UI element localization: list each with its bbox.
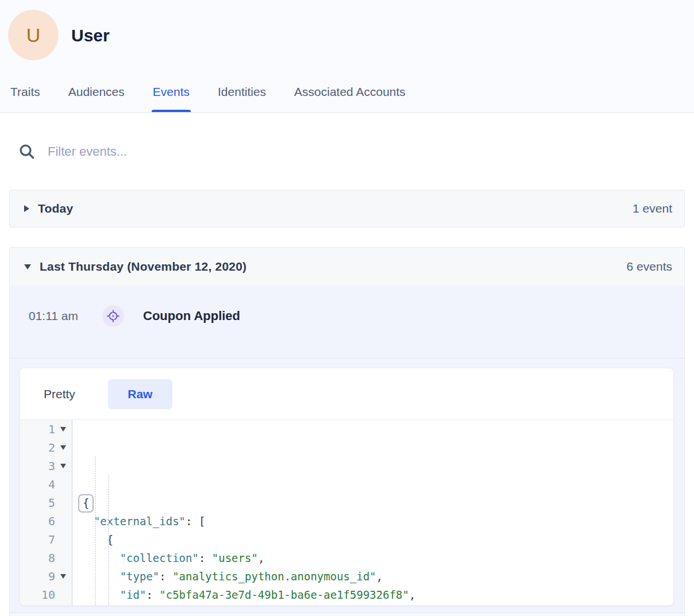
day-group-today: Today 1 event	[9, 190, 685, 228]
fold-arrow-icon[interactable]	[60, 464, 66, 468]
search-icon	[18, 143, 36, 160]
event-time: 01:11 am	[29, 309, 90, 323]
day-group-today-header[interactable]: Today 1 event	[10, 190, 684, 227]
code-lines: { "external_ids": [ { "collection": "use…	[72, 420, 673, 605]
tab-bar: TraitsAudiencesEventsIdentitiesAssociate…	[10, 85, 406, 112]
line-number: 7	[48, 533, 55, 546]
raw-view-button[interactable]: Raw	[108, 379, 172, 409]
gutter-line: 2	[20, 438, 72, 457]
event-icon-badge	[102, 305, 124, 327]
code-line: {	[80, 494, 673, 512]
day-group-last-thursday-header[interactable]: Last Thursday (November 12, 2020) 6 even…	[10, 248, 684, 286]
line-number: 1	[48, 422, 55, 436]
pretty-view-button[interactable]: Pretty	[44, 387, 75, 401]
line-number: 8	[48, 551, 55, 565]
tab-identities[interactable]: Identities	[218, 85, 266, 112]
code-line: "external_ids": [	[80, 512, 673, 530]
event-row-coupon-applied[interactable]: 01:11 am Coupon Applied	[10, 286, 684, 359]
line-number: 9	[48, 569, 55, 583]
gutter-line: 10	[20, 586, 72, 604]
tab-audiences[interactable]: Audiences	[68, 85, 125, 112]
target-icon	[106, 309, 120, 323]
avatar: U	[8, 10, 59, 60]
event-detail-card: Pretty Raw 12345678910 { "external_ids":…	[20, 368, 674, 606]
search-input[interactable]	[48, 144, 335, 159]
gutter-line: 6	[20, 512, 72, 530]
json-editor: 12345678910 { "external_ids": [ { "colle…	[20, 420, 673, 605]
tab-traits[interactable]: Traits	[10, 85, 40, 112]
code-line: {	[80, 530, 673, 549]
gutter-line: 4	[20, 475, 72, 494]
gutter-line: 9	[20, 567, 72, 586]
gutter-line: 8	[20, 549, 72, 567]
tab-associated-accounts[interactable]: Associated Accounts	[294, 85, 406, 112]
page-title: User	[71, 26, 110, 45]
line-number: 2	[48, 441, 55, 455]
code-line: "collection": "users",	[80, 549, 673, 567]
tab-events[interactable]: Events	[153, 85, 190, 112]
day-group-count: 1 event	[633, 202, 672, 215]
fold-arrow-icon[interactable]	[60, 427, 66, 432]
gutter-line: 7	[20, 530, 72, 549]
day-group-title: Today	[38, 202, 73, 215]
editor-gutter: 12345678910	[20, 420, 72, 605]
line-number: 5	[48, 496, 55, 510]
code-line: "id": "c5bfa47a-3e7d-49b1-ba6e-ae1f59932…	[80, 586, 673, 604]
profile-header: U User TraitsAudiencesEventsIdentitiesAs…	[0, 0, 694, 113]
avatar-letter: U	[26, 24, 41, 47]
fold-arrow-icon[interactable]	[60, 445, 66, 450]
chevron-down-icon	[24, 264, 31, 270]
line-number: 6	[48, 514, 55, 528]
day-group-title: Last Thursday (November 12, 2020)	[40, 260, 246, 274]
day-group-count: 6 events	[627, 260, 672, 274]
indent-guide	[108, 475, 109, 605]
chevron-right-icon	[24, 205, 29, 212]
indent-guide	[95, 457, 96, 605]
view-toggle-row: Pretty Raw	[20, 368, 673, 420]
gutter-line: 1	[20, 420, 72, 438]
gutter-line: 3	[20, 457, 72, 475]
next-event-divider	[10, 613, 684, 616]
fold-arrow-icon[interactable]	[60, 574, 66, 579]
day-group-last-thursday: Last Thursday (November 12, 2020) 6 even…	[9, 247, 685, 616]
gutter-line: 5	[20, 494, 72, 512]
line-number: 10	[41, 588, 55, 602]
code-line: "type": "analytics_python.anonymous_id",	[80, 567, 673, 586]
day-group-body: 01:11 am Coupon Applied Pretty Raw	[10, 286, 684, 616]
filter-events-row	[0, 113, 694, 190]
line-number: 3	[48, 459, 55, 473]
code-line: "encoding": "none"	[80, 604, 673, 605]
event-name: Coupon Applied	[143, 309, 240, 324]
line-number: 4	[48, 478, 55, 491]
